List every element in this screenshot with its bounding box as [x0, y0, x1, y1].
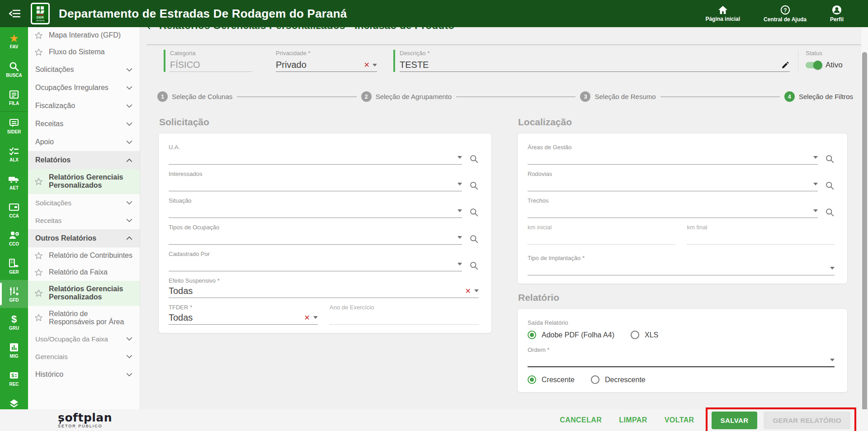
sidebar-group-relatorios[interactable]: Relatórios	[28, 151, 140, 169]
tipo-implantacao-select[interactable]	[528, 261, 835, 275]
cancelar-button[interactable]: CANCELAR	[560, 416, 602, 424]
search-icon[interactable]	[469, 181, 479, 190]
rail-item-sad[interactable]: SAD	[0, 392, 28, 409]
cadastrado-por-select[interactable]	[169, 257, 462, 271]
rodovias-select[interactable]	[528, 177, 818, 191]
chevron-down-icon[interactable]	[813, 183, 818, 185]
sidebar-group-uso-ocupacao-da-faixa[interactable]: Uso/Ocupação da Faixa	[28, 330, 140, 348]
radio-crescente[interactable]: Crescente	[528, 375, 575, 384]
sidebar-group-outros-relatorios[interactable]: Outros Relatórios	[28, 229, 140, 247]
help-nav-label: Central de Ajuda	[764, 16, 807, 23]
tfder-select[interactable]: Todas ✕	[169, 311, 318, 325]
menu-collapse-button[interactable]	[5, 4, 24, 24]
scrollbar-thumb[interactable]	[862, 52, 867, 423]
chevron-down-icon[interactable]	[830, 267, 835, 270]
clear-icon[interactable]: ✕	[364, 61, 370, 69]
limpar-button[interactable]: LIMPAR	[619, 416, 647, 424]
radio-adobe-pdf[interactable]: Adobe PDF (Folha A4)	[528, 331, 614, 339]
radio-unselected-icon	[591, 375, 599, 384]
sidebar-group-historico[interactable]: Histórico	[28, 365, 140, 384]
rail-item-rec[interactable]: $ REC	[0, 364, 28, 392]
trechos-select[interactable]	[528, 204, 818, 218]
chevron-down-icon[interactable]	[813, 156, 818, 159]
ua-select[interactable]	[169, 151, 462, 165]
pencil-icon[interactable]	[781, 61, 790, 69]
search-icon[interactable]	[469, 234, 479, 244]
profile-nav-item[interactable]: Perfil	[830, 5, 844, 23]
privacidade-field[interactable]: Privacidade * Privado ✕	[276, 50, 377, 72]
chevron-down-icon[interactable]	[458, 209, 462, 212]
rail-item-fila[interactable]: FILA	[0, 83, 28, 111]
home-nav-item[interactable]: Página inicial	[705, 5, 740, 22]
chevron-down-icon[interactable]	[373, 64, 377, 66]
radio-decrescente[interactable]: Decrescente	[591, 375, 646, 384]
rail-item-aet[interactable]: AET	[0, 168, 28, 196]
rail-item-mig[interactable]: MIG	[0, 336, 28, 364]
ordem-select[interactable]	[528, 353, 835, 367]
field-saida-relatorio: Saída Relatório Adobe PDF (Folha A4) XLS	[528, 319, 835, 339]
sidebar-group-gerenciais[interactable]: Gerenciais	[28, 348, 140, 365]
back-arrow-icon[interactable]	[146, 27, 155, 29]
rail-item-ger[interactable]: GER	[0, 252, 28, 280]
sidebar-item-relatorio-de-responsaveis-por-area[interactable]: Relatório de Responsáveis por Área	[28, 306, 140, 331]
status-toggle[interactable]	[806, 62, 821, 68]
search-icon[interactable]	[825, 208, 835, 217]
sidebar-item-relatorio-de-contribuintes[interactable]: Relatório de Contribuintes	[28, 247, 140, 264]
situacao-select[interactable]	[169, 204, 462, 218]
clear-icon[interactable]: ✕	[465, 287, 471, 295]
rail-item-alx[interactable]: ALX	[0, 140, 28, 168]
chevron-down-icon[interactable]	[313, 316, 318, 319]
sidebar-group-ocupacoes-irregulares[interactable]: Ocupações Irregulares	[28, 79, 140, 97]
sidebar-item-fluxo-do-sistema[interactable]: Fluxo do Sistema	[28, 44, 140, 61]
chevron-down-icon[interactable]	[458, 183, 462, 185]
sidebar-item-mapa-interativo[interactable]: Mapa Interativo (GFD)	[28, 27, 140, 44]
rail-item-fav[interactable]: ★ FAV	[0, 27, 28, 55]
salvar-button[interactable]: SALVAR	[712, 412, 758, 429]
search-icon[interactable]	[469, 261, 479, 270]
chevron-down-icon[interactable]	[474, 289, 479, 292]
help-nav-item[interactable]: ? Central de Ajuda	[764, 5, 807, 23]
sidebar-group-fiscalizacao[interactable]: Fiscalização	[28, 97, 140, 115]
step-1[interactable]: 1 Seleção de Colunas	[157, 91, 237, 102]
search-icon[interactable]	[469, 208, 479, 217]
rail-item-cca[interactable]: CCA	[0, 196, 28, 224]
radio-label: Crescente	[542, 376, 575, 384]
voltar-button[interactable]: VOLTAR	[665, 416, 694, 424]
chevron-down-icon[interactable]	[458, 236, 462, 239]
step-4-active[interactable]: 4 Seleção de Filtros	[784, 91, 858, 102]
chevron-down-icon[interactable]	[830, 359, 835, 361]
field-tfder: TFDER * Todas ✕	[169, 304, 318, 325]
rail-item-gfd[interactable]: GFD	[0, 280, 28, 308]
radio-xls[interactable]: XLS	[631, 331, 658, 339]
search-icon[interactable]	[469, 154, 479, 164]
chevron-down-icon[interactable]	[458, 263, 462, 265]
sidebar-item-relatorios-gerenciais-personalizados[interactable]: Relatórios Gerenciais Personalizados	[28, 169, 140, 194]
sidebar-group-receitas-sub[interactable]: Receitas	[28, 212, 140, 229]
sidebar-group-solicitacoes-sub[interactable]: Solicitações	[28, 194, 140, 212]
sidebar-item-relatorios-gerenciais-personalizados-2[interactable]: Relatórios Gerenciais Personalizados	[28, 281, 140, 306]
step-number: 1	[157, 91, 168, 102]
areas-gestao-select[interactable]	[528, 151, 818, 165]
descricao-field[interactable]: Descrição * TESTE	[393, 50, 790, 72]
chevron-down-icon[interactable]	[458, 156, 462, 159]
step-3[interactable]: 3 Seleção de Resumo	[580, 91, 660, 102]
search-icon[interactable]	[825, 181, 835, 190]
field-label: Efeito Suspensivo *	[169, 277, 479, 284]
rail-item-sider[interactable]: SIDER	[0, 112, 28, 140]
rail-item-gru[interactable]: $ GRU	[0, 308, 28, 336]
clear-icon[interactable]: ✕	[304, 313, 310, 322]
tipos-ocupacao-select[interactable]	[169, 231, 462, 245]
checklist-icon	[9, 146, 19, 156]
sidebar-group-receitas[interactable]: Receitas	[28, 115, 140, 133]
vertical-scrollbar[interactable]	[861, 27, 868, 431]
chevron-down-icon[interactable]	[813, 209, 818, 212]
sidebar-group-solicitacoes[interactable]: Solicitações	[28, 61, 140, 79]
search-icon[interactable]	[825, 154, 835, 164]
rail-item-busca[interactable]: BUSCA	[0, 55, 28, 83]
step-2[interactable]: 2 Seleção de Agrupamento	[361, 91, 456, 102]
rail-item-cco[interactable]: CCO	[0, 224, 28, 252]
efeito-suspensivo-select[interactable]: Todas ✕	[169, 284, 479, 298]
sidebar-item-relatorio-da-faixa[interactable]: Relatório da Faixa	[28, 264, 140, 281]
interessados-select[interactable]	[169, 177, 462, 191]
sidebar-group-apoio[interactable]: Apoio	[28, 133, 140, 151]
